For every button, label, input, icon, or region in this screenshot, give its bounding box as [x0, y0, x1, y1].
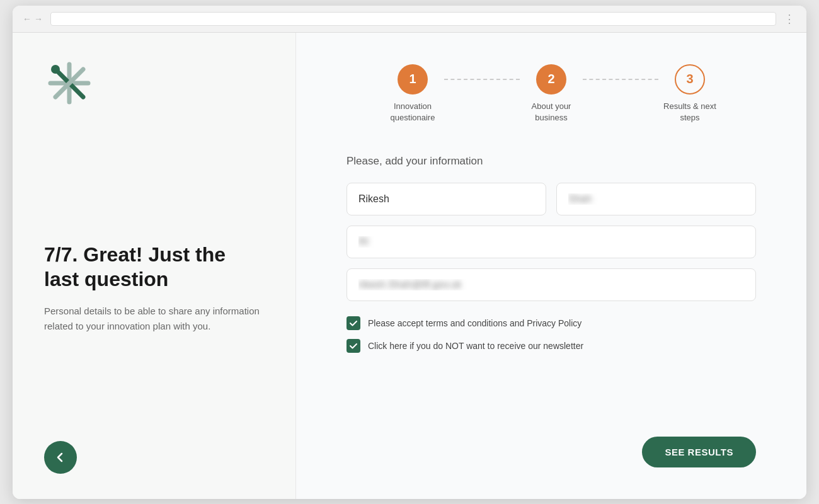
browser-window: ← → ⋮ 7/7. Great! Just the last ques	[13, 6, 806, 499]
left-content: 7/7. Great! Just the last question Perso…	[44, 136, 264, 441]
back-button[interactable]	[44, 441, 77, 474]
browser-url-bar[interactable]	[50, 12, 776, 26]
checkbox-area: Please accept terms and conditions and P…	[346, 316, 756, 353]
question-description: Personal details to be able to share any…	[44, 304, 264, 334]
left-panel: 7/7. Great! Just the last question Perso…	[13, 33, 296, 499]
first-name-input[interactable]	[346, 183, 546, 215]
browser-chrome: ← → ⋮	[13, 6, 806, 33]
checkbox-row-1: Please accept terms and conditions and P…	[346, 316, 756, 330]
check-icon-1	[349, 319, 358, 328]
bottom-bar: SEE RESULTS	[346, 418, 756, 467]
last-name-input[interactable]	[556, 183, 756, 215]
browser-arrows[interactable]: ← →	[23, 14, 43, 24]
logo-area	[44, 58, 264, 111]
steps-container: 1 Innovation questionaire 2 About your b…	[346, 64, 756, 123]
terms-checkbox[interactable]	[346, 316, 360, 330]
see-results-button[interactable]: SEE RESULTS	[642, 437, 756, 467]
job-title-input[interactable]	[346, 226, 756, 258]
logo-icon	[44, 58, 94, 108]
checkbox-row-2: Click here if you do NOT want to receive…	[346, 339, 756, 353]
back-arrow-icon	[54, 451, 67, 464]
question-title: 7/7. Great! Just the last question	[44, 243, 264, 291]
connector-2-3	[583, 79, 658, 80]
step-1-label: Innovation questionaire	[381, 101, 444, 123]
newsletter-label: Click here if you do NOT want to receive…	[368, 341, 583, 351]
name-row	[346, 183, 756, 215]
step-2-label: About your business	[520, 101, 583, 123]
browser-menu-icon[interactable]: ⋮	[784, 12, 796, 26]
step-1: 1 Innovation questionaire	[381, 64, 444, 123]
email-input[interactable]	[346, 268, 756, 301]
step-2-circle: 2	[536, 64, 566, 94]
terms-label: Please accept terms and conditions and P…	[368, 318, 581, 328]
newsletter-checkbox[interactable]	[346, 339, 360, 353]
check-icon-2	[349, 341, 358, 350]
form-section: Please, add your information	[346, 155, 756, 418]
step-2: 2 About your business	[520, 64, 583, 123]
connector-1-2	[444, 79, 520, 80]
form-title: Please, add your information	[346, 155, 756, 168]
step-3-label: Results & next steps	[658, 101, 721, 123]
step-1-circle: 1	[398, 64, 428, 94]
right-panel: 1 Innovation questionaire 2 About your b…	[296, 33, 806, 499]
job-title-row	[346, 226, 756, 258]
app-content: 7/7. Great! Just the last question Perso…	[13, 33, 806, 499]
email-row	[346, 268, 756, 301]
step-3: 3 Results & next steps	[658, 64, 721, 123]
step-3-circle: 3	[675, 64, 705, 94]
